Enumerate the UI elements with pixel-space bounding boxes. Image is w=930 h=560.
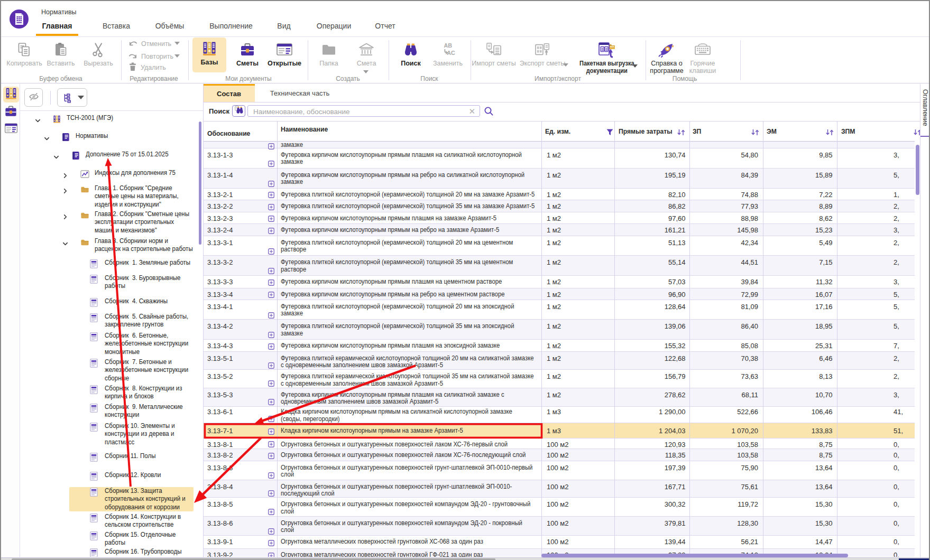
menu-tab-4[interactable]: Вид: [277, 22, 290, 34]
table-row[interactable]: 3.13-5-1Футеровка плиткой керамической к…: [203, 352, 915, 370]
expand-row-icon[interactable]: [268, 278, 274, 285]
expand-row-icon[interactable]: [268, 342, 274, 349]
new-estimate-button[interactable]: Смета: [349, 40, 383, 68]
column-header[interactable]: Прямые затраты: [619, 127, 673, 135]
table-row[interactable]: 3.13-3-2Футеровка плиткой кислотоупорной…: [203, 256, 915, 276]
about-button[interactable]: Справка о программе: [646, 40, 688, 74]
strip-estimates-button[interactable]: [3, 104, 19, 120]
expand-row-icon[interactable]: [268, 471, 274, 478]
chevron-right-icon[interactable]: [62, 212, 68, 218]
new-estimate-dropdown-arrow[interactable]: [363, 70, 369, 73]
column-header[interactable]: ЭМ: [767, 127, 777, 135]
menu-tab-6[interactable]: Отчет: [375, 22, 395, 34]
menu-tab-3[interactable]: Выполнение: [209, 22, 252, 34]
table-row[interactable]: 3.13-5-3Футеровка кирпичом кислотоупорны…: [203, 388, 915, 407]
tree-view-dropdown-arrow[interactable]: [78, 96, 84, 99]
expand-row-icon[interactable]: [268, 452, 274, 458]
column-header[interactable]: Обоснование: [207, 129, 250, 137]
hotkeys-button[interactable]: Горячие клавиши: [686, 40, 720, 74]
tree-scrollbar-thumb[interactable]: [199, 122, 202, 245]
redo-dropdown-arrow[interactable]: [174, 54, 180, 58]
menu-tab-5[interactable]: Операции: [317, 22, 352, 34]
cut-button[interactable]: Вырезать: [80, 40, 117, 68]
sort-icon[interactable]: [825, 128, 834, 138]
find-button[interactable]: Поиск: [394, 40, 428, 68]
redo-button[interactable]: Повторить: [128, 51, 173, 62]
table-row[interactable]: 3.13-1-4Футеровка кирпичом кислотоупорны…: [203, 169, 915, 189]
estimates-button[interactable]: Сметы: [231, 40, 264, 68]
batch-export-dropdown-arrow[interactable]: [632, 64, 638, 68]
table-row[interactable]: 3.13-8-2Огрунтовка бетонных и оштукатуре…: [203, 449, 915, 461]
expand-row-icon[interactable]: [268, 142, 274, 148]
column-header[interactable]: Ед. изм.: [545, 127, 570, 135]
table-row[interactable]: 3.13-2-3Футеровка кирпичом кислотоупорны…: [203, 212, 915, 225]
expand-row-icon[interactable]: [268, 191, 274, 197]
expand-row-icon[interactable]: [268, 440, 274, 446]
delete-button[interactable]: Удалить: [128, 62, 166, 73]
tree-view-mode-button[interactable]: [57, 88, 87, 107]
table-row[interactable]: 3.13-3-4Футеровка кирпичом кислотоупорны…: [203, 288, 915, 300]
expand-row-icon[interactable]: [268, 398, 274, 404]
table-row[interactable]: 3.13-9-1Огрунтовка металлических поверхн…: [203, 536, 915, 549]
chevron-down-icon[interactable]: [35, 116, 41, 122]
table-row[interactable]: 3.13-8-3Огрунтовка бетонных и оштукатуре…: [203, 461, 915, 480]
menu-tab-2[interactable]: Объёмы: [155, 22, 185, 34]
opened-button[interactable]: Открытые: [265, 40, 303, 68]
undo-dropdown-arrow[interactable]: [174, 42, 180, 45]
expand-row-icon[interactable]: [268, 379, 274, 386]
column-header[interactable]: ЗП: [693, 127, 701, 135]
expand-row-icon[interactable]: [268, 160, 274, 166]
chevron-right-icon[interactable]: [62, 171, 68, 177]
expand-row-icon[interactable]: [268, 267, 274, 273]
expand-row-icon[interactable]: [268, 203, 274, 209]
table-hscrollbar-thumb[interactable]: [541, 554, 848, 558]
batch-export-button[interactable]: Пакетная выгрузка документации: [575, 40, 639, 74]
chevron-down-icon[interactable]: [44, 134, 50, 140]
replace-button[interactable]: ABAC Заменить: [429, 40, 467, 68]
search-icon[interactable]: [484, 106, 494, 118]
expand-row-icon[interactable]: [268, 415, 274, 421]
expand-row-icon[interactable]: [268, 311, 274, 318]
table-row[interactable]: 3.13-4-2Футеровка плиткой кислотоупорной…: [203, 320, 915, 340]
expand-row-icon[interactable]: [268, 247, 274, 254]
chevron-right-icon[interactable]: [62, 186, 68, 192]
expand-row-icon[interactable]: [268, 427, 274, 434]
table-row[interactable]: 3.13-2-1Футеровка плиткой кислотоупорной…: [203, 189, 915, 201]
expand-row-icon[interactable]: [268, 527, 274, 534]
expand-row-icon[interactable]: [268, 214, 274, 221]
toc-tab[interactable]: Оглавление: [920, 85, 930, 137]
table-row[interactable]: 3.13-2-4Футеровка кирпичом кислотоупорны…: [203, 224, 915, 236]
chevron-down-icon[interactable]: [53, 153, 59, 158]
expand-row-icon[interactable]: [268, 539, 274, 545]
strip-bases-button[interactable]: [3, 87, 19, 102]
menu-tab-main[interactable]: Главная: [42, 22, 72, 34]
table-row[interactable]: 3.13-3-1Футеровка плиткой кислотоупорной…: [203, 236, 915, 256]
copy-button[interactable]: Копировать: [4, 40, 44, 68]
table-row[interactable]: 3.13-3-3Футеровка кирпичом кислотоупорны…: [203, 276, 915, 288]
table-row[interactable]: 3.13-8-1Огрунтовка бетонных и оштукатуре…: [203, 438, 915, 449]
table-row[interactable]: 3.13-8-4Огрунтовка бетонных и оштукатуре…: [203, 480, 915, 498]
expand-row-icon[interactable]: [268, 361, 274, 368]
expand-row-icon[interactable]: [268, 331, 274, 337]
expand-row-icon[interactable]: [268, 489, 274, 496]
sort-icon[interactable]: [751, 128, 760, 138]
expand-row-icon[interactable]: [268, 552, 274, 557]
strip-opened-button[interactable]: [3, 122, 19, 137]
table-row[interactable]: 3.13-7-1Кладка кирпичом кислотоупорным п…: [203, 423, 915, 438]
new-folder-button[interactable]: Папка: [312, 40, 346, 68]
table-row[interactable]: 3.13-4-3Футеровка кирпичом кислотоупорны…: [203, 340, 915, 352]
tab-technical-part[interactable]: Техническая часть: [255, 85, 345, 102]
undo-button[interactable]: Отменить: [128, 39, 171, 49]
table-row[interactable]: 3.13-8-5Огрунтовка бетонных и оштукатуре…: [203, 498, 915, 517]
table-row[interactable]: 3.13-2-2Футеровка плиткой кислотоупорной…: [203, 200, 915, 212]
column-header[interactable]: Наименование: [281, 125, 328, 133]
bases-button[interactable]: Базы: [192, 38, 226, 72]
expand-row-icon[interactable]: [268, 227, 274, 233]
export-estimate-button[interactable]: Экспорт сметы: [518, 40, 567, 68]
tab-composition[interactable]: Состав: [203, 84, 255, 102]
export-dropdown-arrow[interactable]: [563, 63, 568, 67]
search-input[interactable]: Наименование, обоснование ✕: [247, 105, 480, 117]
paste-button[interactable]: Вставить: [42, 40, 79, 68]
table-scrollbar-thumb[interactable]: [916, 145, 919, 195]
column-header[interactable]: ЗПМ: [841, 127, 855, 135]
